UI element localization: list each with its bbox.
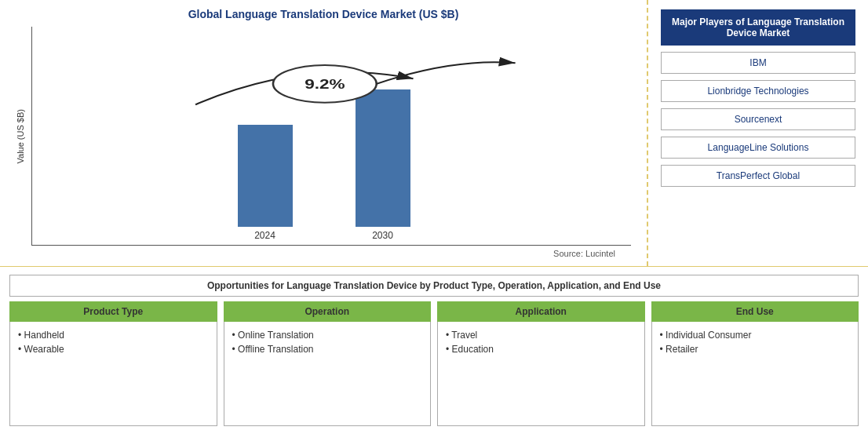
right-panel: Major Players of Language Translation De… [648,0,868,266]
bar-2030 [356,89,410,227]
bottom-section: Opportunities for Language Translation D… [0,267,868,434]
source-text: Source: Lucintel [16,249,631,258]
player-box-transperfect: TransPerfect Global [661,165,855,187]
category-items-application: Travel Education [437,322,645,426]
item-handheld: Handheld [18,328,209,342]
right-panel-title: Major Players of Language Translation De… [661,9,855,46]
category-items-operation: Online Translation Offline Translation [224,322,432,426]
player-box-languageline: LanguageLine Solutions [661,137,855,159]
y-axis-label: Value (US $B) [16,109,25,164]
main-container: Global Language Translation Device Marke… [0,0,868,434]
bar-group-2030: 2030 [356,89,410,241]
category-col-application: Application Travel Education [437,301,645,426]
item-individual-consumer: Individual Consumer [660,328,851,342]
category-col-product-type: Product Type Handheld Wearable [9,301,217,426]
chart-title: Global Language Translation Device Marke… [188,8,459,20]
bar-label-2024: 2024 [254,230,275,241]
category-header-product-type: Product Type [9,301,217,322]
item-online-translation: Online Translation [232,328,423,342]
player-box-sourcenext: Sourcenext [661,108,855,130]
item-retailer: Retailer [660,342,851,356]
chart-area: Global Language Translation Device Marke… [0,0,648,266]
annotation-svg: 9.2% [32,27,631,245]
category-header-end-use: End Use [651,301,859,322]
player-box-ibm: IBM [661,52,855,74]
bars-container: 2024 2030 [31,27,631,246]
chart-inner: 2024 2030 [31,27,631,246]
item-wearable: Wearable [18,342,209,356]
item-offline-translation: Offline Translation [232,342,423,356]
category-col-operation: Operation Online Translation Offline Tra… [224,301,432,426]
categories-row: Product Type Handheld Wearable Operation… [9,301,859,426]
top-section: Global Language Translation Device Marke… [0,0,868,267]
svg-text:9.2%: 9.2% [305,77,345,92]
category-header-operation: Operation [224,301,432,322]
chart-wrapper: Value (US $B) 2024 2030 [16,27,631,246]
category-header-application: Application [437,301,645,322]
player-box-lionbridge: Lionbridge Technologies [661,80,855,102]
category-items-end-use: Individual Consumer Retailer [651,322,859,426]
item-education: Education [446,342,636,356]
bar-group-2024: 2024 [238,125,293,241]
bar-2024 [238,125,293,227]
category-col-end-use: End Use Individual Consumer Retailer [651,301,859,426]
bar-label-2030: 2030 [372,230,393,241]
bottom-title: Opportunities for Language Translation D… [9,275,859,297]
category-items-product-type: Handheld Wearable [9,322,217,426]
item-travel: Travel [446,328,636,342]
